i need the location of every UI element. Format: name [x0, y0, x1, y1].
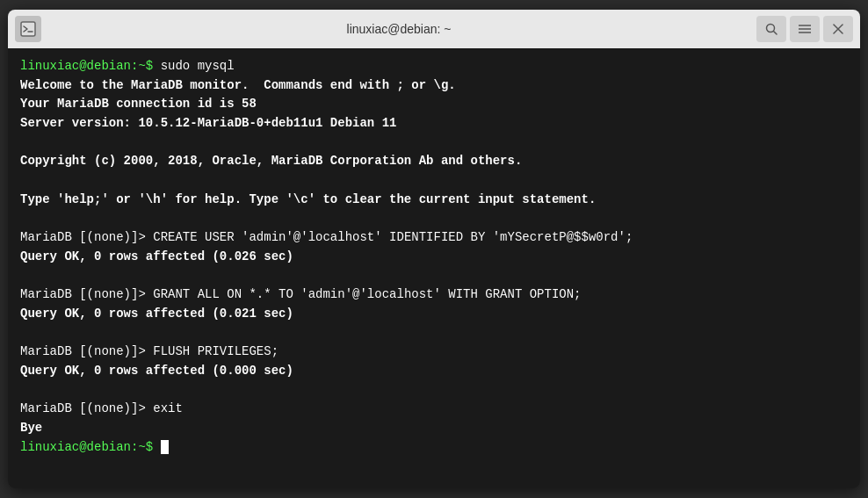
output-8: Query OK, 0 rows affected (0.000 sec): [20, 364, 293, 378]
cursor: [161, 440, 169, 454]
mariadb-cmd-2: GRANT ALL ON *.* TO 'admin'@'localhost' …: [153, 287, 581, 301]
titlebar-controls: [756, 16, 853, 42]
mariadb-prompt-3: MariaDB [(none)]>: [20, 344, 153, 358]
output-1: Welcome to the MariaDB monitor. Commands…: [20, 78, 456, 92]
window-title: linuxiac@debian: ~: [347, 22, 452, 36]
terminal-window: linuxiac@debian: ~: [8, 10, 860, 488]
output-5: Type 'help;' or '\h' for help. Type '\c'…: [20, 192, 596, 206]
output-2: Your MariaDB connection id is 58: [20, 97, 257, 111]
search-button[interactable]: [756, 16, 786, 42]
output-9: Bye: [20, 421, 42, 435]
titlebar: linuxiac@debian: ~: [8, 10, 860, 48]
mariadb-cmd-1: CREATE USER 'admin'@'localhost' IDENTIFI…: [153, 230, 633, 244]
output-7: Query OK, 0 rows affected (0.021 sec): [20, 307, 293, 321]
close-button[interactable]: [823, 16, 853, 42]
svg-rect-0: [21, 22, 35, 36]
prompt-1: linuxiac@debian:~$: [20, 59, 161, 73]
terminal-body[interactable]: linuxiac@debian:~$ sudo mysql Welcome to…: [8, 48, 860, 488]
cmd-1: sudo mysql: [161, 59, 235, 73]
output-4: Copyright (c) 2000, 2018, Oracle, MariaD…: [20, 154, 522, 168]
final-prompt: linuxiac@debian:~$: [20, 440, 161, 454]
output-6: Query OK, 0 rows affected (0.026 sec): [20, 249, 293, 263]
svg-line-3: [774, 32, 778, 35]
terminal-output: linuxiac@debian:~$ sudo mysql Welcome to…: [20, 57, 848, 457]
mariadb-prompt-1: MariaDB [(none)]>: [20, 230, 153, 244]
mariadb-cmd-4: exit: [153, 401, 183, 415]
output-3: Server version: 10.5.12-MariaDB-0+deb11u…: [20, 116, 396, 130]
menu-button[interactable]: [790, 16, 820, 42]
mariadb-prompt-4: MariaDB [(none)]>: [20, 401, 153, 415]
mariadb-prompt-2: MariaDB [(none)]>: [20, 287, 153, 301]
titlebar-center: linuxiac@debian: ~: [41, 22, 756, 36]
titlebar-left: [15, 16, 41, 42]
terminal-app-icon: [15, 16, 41, 42]
mariadb-cmd-3: FLUSH PRIVILEGES;: [153, 344, 278, 358]
